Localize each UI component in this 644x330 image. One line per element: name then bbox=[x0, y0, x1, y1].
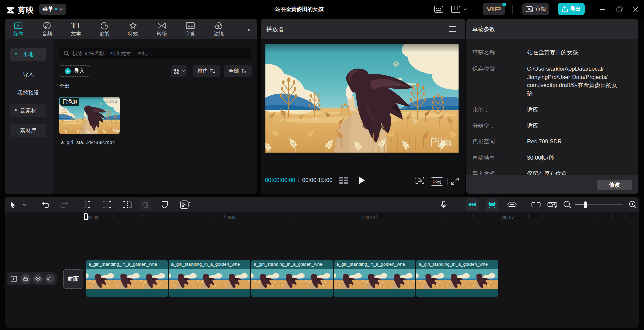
svg-text:Pika: Pika bbox=[430, 136, 452, 148]
